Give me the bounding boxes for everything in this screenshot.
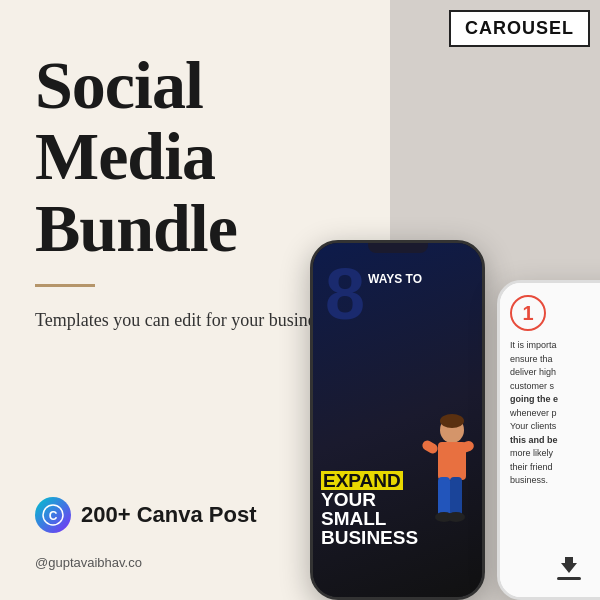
- title-line3: Bundle: [35, 190, 237, 266]
- main-container: CAROUSEL Social Media Bundle Templates y…: [0, 0, 600, 600]
- svg-point-10: [447, 512, 465, 522]
- divider: [35, 284, 95, 287]
- svg-rect-11: [557, 577, 581, 580]
- phone-main: 8 WAYS TO EXPAND YOUR SMALL BUSINESS: [310, 240, 485, 600]
- expand-word: EXPAND: [321, 471, 403, 490]
- small-word: SMALL: [321, 508, 386, 529]
- business-word: BUSINESS: [321, 527, 418, 548]
- phone-notch: [368, 243, 428, 253]
- svg-point-3: [440, 414, 464, 428]
- svg-marker-12: [561, 557, 577, 573]
- step-number: 1: [522, 302, 533, 325]
- expand-text-block: EXPAND YOUR SMALL BUSINESS: [321, 471, 418, 547]
- second-phone-body-text: It is importaensure thadeliver highcusto…: [510, 339, 600, 488]
- ways-to-label: WAYS TO: [368, 273, 422, 286]
- svg-text:C: C: [49, 509, 58, 523]
- expand-block: EXPAND YOUR SMALL BUSINESS: [321, 471, 418, 547]
- canva-post-label: 200+ Canva Post: [81, 502, 256, 528]
- right-panel: 8 WAYS TO EXPAND YOUR SMALL BUSINESS: [390, 0, 600, 600]
- svg-rect-8: [450, 477, 462, 517]
- canva-logo-icon: C: [35, 497, 71, 533]
- phone-big-number: 8: [325, 258, 365, 330]
- phone-screen-main: 8 WAYS TO EXPAND YOUR SMALL BUSINESS: [313, 243, 482, 597]
- step-number-circle: 1: [510, 295, 546, 331]
- svg-rect-7: [438, 477, 450, 517]
- phone-screen-second: 1 It is importaensure thadeliver highcus…: [500, 283, 600, 597]
- title-line2: Media: [35, 118, 215, 194]
- your-word: YOUR: [321, 489, 376, 510]
- phones-container: 8 WAYS TO EXPAND YOUR SMALL BUSINESS: [310, 80, 600, 600]
- ways-text: WAYS TO: [368, 273, 422, 286]
- svg-rect-5: [421, 439, 440, 456]
- download-button[interactable]: [552, 552, 586, 586]
- title-line1: Social: [35, 47, 203, 123]
- person-figure: [412, 412, 482, 542]
- carousel-label: CAROUSEL: [465, 18, 574, 38]
- carousel-badge: CAROUSEL: [449, 10, 590, 47]
